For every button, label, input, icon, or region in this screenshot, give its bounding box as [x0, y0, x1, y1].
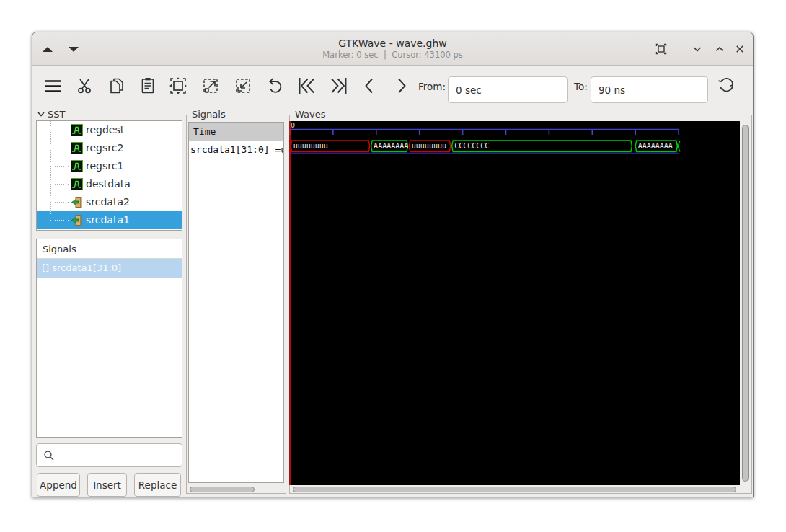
shift-right-button[interactable] [391, 75, 412, 97]
tree-guide-line [50, 148, 70, 148]
window-status: Marker: 0 sec | Cursor: 43100 ps [32, 50, 753, 61]
signals-frame-legend: Signals [190, 109, 228, 120]
sst-tree-item-srcdata2[interactable]: srcdata2 [37, 193, 182, 211]
wave-signal-icon [71, 142, 83, 154]
sst-tree-item-regsrc2[interactable]: regsrc2 [37, 139, 182, 157]
signals-horizontal-scrollbar[interactable] [190, 487, 255, 492]
reload-icon [716, 75, 738, 97]
tree-guide-line [50, 202, 70, 203]
expander-chevron-icon [36, 109, 46, 119]
reload-button[interactable] [716, 75, 738, 97]
cursor-status: Cursor: 43100 ps [392, 50, 463, 60]
svg-text:AAAAAAAA: AAAAAAAA [374, 142, 408, 150]
clipboard-icon [138, 75, 158, 97]
status-separator: | [384, 50, 387, 60]
replace-button[interactable]: Replace [134, 473, 181, 497]
marker-status: Marker: 0 sec [322, 50, 378, 60]
titlebar-text: GTKWave - wave.ghw Marker: 0 sec | Curso… [32, 37, 753, 61]
toolbar: From: To: [32, 66, 753, 105]
to-input[interactable] [591, 76, 708, 103]
sst-tree-item-regsrc1[interactable]: regsrc1 [37, 157, 182, 175]
scissors-icon [74, 75, 94, 97]
signals-panel: Signals [] srcdata1[31:0] [36, 239, 182, 438]
bus-signal-icon [71, 196, 83, 208]
svg-text:0: 0 [291, 121, 295, 129]
signals-panel-header: Signals [37, 239, 182, 259]
to-label: To: [574, 81, 588, 92]
minimize-button[interactable] [690, 42, 705, 56]
from-label: From: [418, 81, 446, 92]
zoom-in-icon [200, 75, 221, 97]
close-button[interactable] [733, 42, 747, 56]
zoom-out-button[interactable] [232, 75, 254, 97]
sst-tree-item-srcdata1[interactable]: srcdata1 [37, 211, 182, 229]
wave-signal-icon [71, 178, 83, 190]
chevron-up-icon [712, 42, 727, 56]
bus-signal-icon [71, 214, 83, 226]
waveform-plot: uuuuuuuuAAAAAAAAuuuuuuuuCCCCCCCCAAAAAAAA… [289, 121, 740, 485]
time-header[interactable]: Time [189, 123, 283, 141]
sst-section[interactable]: SST [36, 107, 65, 120]
svg-text:CCCCCCCC: CCCCCCCC [454, 142, 489, 150]
insert-button[interactable]: Insert [87, 473, 127, 497]
titlebar: GTKWave - wave.ghw Marker: 0 sec | Curso… [32, 32, 753, 66]
append-button[interactable]: Append [37, 473, 80, 497]
sst-item-label: srcdata2 [86, 196, 130, 208]
tile-icon [654, 42, 668, 56]
zoom-in-button[interactable] [200, 75, 221, 97]
skip-to-end-icon [327, 75, 349, 97]
waves-vertical-scrollbar[interactable] [742, 125, 749, 482]
zoom-out-icon [232, 75, 254, 97]
go-to-end-button[interactable] [327, 75, 349, 97]
sst-tree-item-regdest[interactable]: regdest [37, 121, 182, 139]
sst-tree[interactable]: regdestregsrc2regsrc1destdatasrcdata2src… [36, 120, 182, 231]
sst-item-label: regdest [86, 124, 124, 136]
signal-name-list: Time srcdata1[31:0] =uu [188, 122, 284, 483]
signals-frame: Signals Time srcdata1[31:0] =uu [186, 115, 286, 494]
wave-signal-icon [71, 124, 83, 136]
search-icon [43, 450, 55, 461]
copy-icon [107, 75, 127, 97]
maximize-button[interactable] [712, 42, 727, 56]
zoom-fit-icon [167, 75, 189, 97]
go-to-start-button[interactable] [296, 75, 318, 97]
signal-name-row[interactable]: srcdata1[31:0] =uu [189, 141, 283, 159]
undo-button[interactable] [265, 75, 286, 97]
tile-window-button[interactable] [654, 42, 668, 56]
skip-to-start-icon [296, 75, 318, 97]
tree-guide-line [50, 130, 70, 130]
undo-arrow-icon [265, 75, 286, 97]
sst-tree-item-destdata[interactable]: destdata [37, 175, 182, 193]
sst-label: SST [48, 109, 65, 120]
sst-item-label: regsrc1 [86, 160, 123, 172]
sst-item-label: destdata [86, 178, 131, 190]
window-title: GTKWave - wave.ghw [32, 37, 753, 50]
wave-canvas[interactable]: uuuuuuuuAAAAAAAAuuuuuuuuCCCCCCCCAAAAAAAA… [289, 121, 740, 485]
close-icon [733, 42, 747, 56]
menu-button[interactable] [42, 75, 63, 97]
zoom-fit-button[interactable] [167, 75, 189, 97]
chevron-down-icon [690, 42, 705, 56]
wave-signal-icon [71, 160, 83, 172]
from-input[interactable] [448, 76, 568, 103]
waves-horizontal-scrollbar[interactable] [293, 487, 736, 492]
paste-button[interactable] [138, 75, 159, 97]
svg-text:uuuuuuuu: uuuuuuuu [293, 142, 328, 150]
sst-item-label: regsrc2 [86, 142, 123, 154]
tree-guide-line [50, 220, 70, 221]
sst-item-label: srcdata1 [86, 214, 130, 226]
copy-button[interactable] [107, 75, 128, 97]
cut-button[interactable] [74, 75, 96, 97]
tree-guide-line [50, 166, 70, 167]
chevron-left-icon [358, 75, 380, 97]
chevron-right-icon [391, 75, 412, 97]
tree-guide-line [50, 184, 70, 185]
waves-frame-legend: Waves [293, 109, 327, 120]
svg-text:uuuuuuuu: uuuuuuuu [412, 142, 446, 150]
svg-text:AAAAAAAA: AAAAAAAA [638, 142, 673, 150]
signal-search-field[interactable] [36, 443, 182, 467]
shift-left-button[interactable] [358, 75, 380, 97]
gtkwave-window: GTKWave - wave.ghw Marker: 0 sec | Curso… [32, 32, 754, 497]
hamburger-menu-icon [42, 75, 63, 97]
selected-signal-row[interactable]: [] srcdata1[31:0] [37, 259, 182, 278]
